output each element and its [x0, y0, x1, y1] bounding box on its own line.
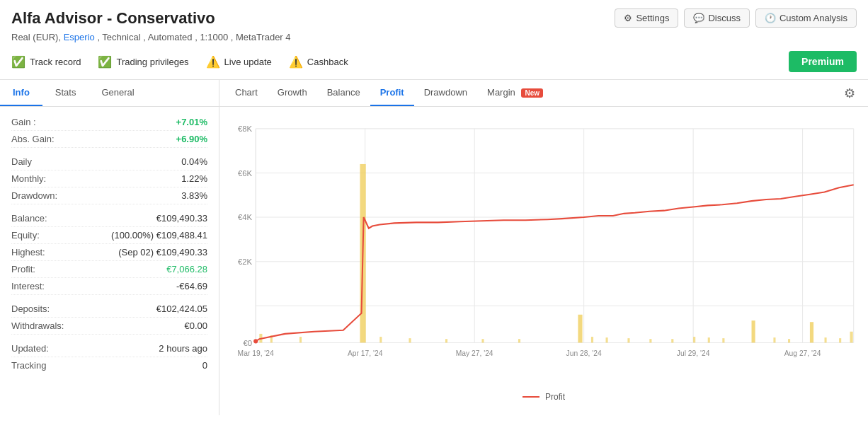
esperio-link[interactable]: Esperio — [64, 32, 95, 42]
svg-rect-43 — [773, 337, 775, 342]
cashback-status: ⚠️ Cashback — [289, 55, 348, 69]
chart-tab-margin[interactable]: Margin New — [477, 80, 553, 106]
balance-row: Balance: €109,490.33 — [11, 210, 207, 227]
interest-row: Interest: -€64.69 — [11, 278, 207, 295]
deposits-row: Deposits: €102,424.05 — [11, 301, 207, 318]
clock-icon: 🕐 — [765, 13, 776, 23]
discuss-icon: 💬 — [693, 13, 704, 23]
check-icon-trading: ✅ — [98, 55, 112, 69]
daily-row: Daily 0.04% — [11, 154, 207, 170]
settings-button[interactable]: ⚙ Settings — [615, 8, 678, 28]
withdrawals-row: Withdrawals: €0.00 — [11, 318, 207, 335]
gain-row: Gain : +7.01% — [11, 114, 207, 131]
svg-rect-45 — [810, 322, 813, 342]
custom-analysis-button[interactable]: 🕐 Custom Analysis — [755, 8, 857, 28]
abs-gain-row: Abs. Gain: +6.90% — [11, 131, 207, 148]
updated-row: Updated: 2 hours ago — [11, 340, 207, 357]
tab-stats[interactable]: Stats — [42, 80, 89, 106]
profit-chart: €8K €6K €4K €2K €0 Mar 19, '24 Apr 17, '… — [227, 114, 861, 387]
svg-rect-34 — [591, 337, 593, 342]
chart-tab-balance[interactable]: Balance — [317, 80, 370, 106]
svg-rect-33 — [578, 315, 582, 343]
live-update-status: ⚠️ Live update — [206, 55, 272, 69]
tracking-row: Tracking 0 — [11, 357, 207, 374]
svg-text:Mar 19, '24: Mar 19, '24 — [238, 349, 274, 357]
drawdown-row: Drawdown: 3.83% — [11, 187, 207, 204]
legend-line-profit — [522, 396, 539, 398]
chart-area: €8K €6K €4K €2K €0 Mar 19, '24 Apr 17, '… — [219, 107, 868, 415]
svg-rect-39 — [693, 337, 695, 342]
svg-text:€8K: €8K — [238, 125, 253, 133]
svg-point-49 — [253, 339, 258, 343]
chart-tab-drawdown[interactable]: Drawdown — [414, 80, 477, 106]
svg-text:€6K: €6K — [238, 169, 253, 178]
svg-rect-37 — [649, 339, 651, 342]
equity-row: Equity: (100.00%) €109,488.41 — [11, 227, 207, 244]
monthly-row: Monthly: 1.22% — [11, 170, 207, 187]
main-content: Info Stats General Gain : +7.01% Abs. Ga… — [0, 79, 868, 415]
svg-rect-40 — [708, 337, 710, 342]
svg-rect-30 — [445, 339, 447, 342]
track-record-status: ✅ Track record — [11, 55, 81, 69]
subtitle: Real (EUR), Esperio , Technical , Automa… — [0, 30, 868, 47]
svg-text:Apr 17, '24: Apr 17, '24 — [348, 349, 383, 357]
page-title: Alfa Advisor - Conservativo — [11, 9, 215, 28]
discuss-button[interactable]: 💬 Discuss — [684, 8, 750, 28]
svg-rect-36 — [627, 338, 629, 342]
trading-privileges-status: ✅ Trading privileges — [98, 55, 188, 69]
svg-rect-46 — [825, 337, 827, 342]
settings-icon: ⚙ — [624, 13, 632, 23]
header-actions: ⚙ Settings 💬 Discuss 🕐 Custom Analysis — [615, 8, 857, 28]
svg-rect-29 — [409, 338, 411, 342]
info-content: Gain : +7.01% Abs. Gain: +6.90% Daily 0.… — [0, 107, 219, 415]
svg-rect-42 — [752, 320, 755, 342]
profit-row: Profit: €7,066.28 — [11, 261, 207, 278]
right-panel: Chart Growth Balance Profit Drawdown Mar… — [219, 80, 868, 415]
left-tab-bar: Info Stats General — [0, 80, 219, 107]
chart-tab-growth[interactable]: Growth — [268, 80, 317, 106]
tab-general[interactable]: General — [88, 80, 147, 106]
svg-text:Jun 28, '24: Jun 28, '24 — [566, 349, 602, 357]
svg-rect-35 — [606, 337, 608, 342]
highest-row: Highest: (Sep 02) €109,490.33 — [11, 244, 207, 261]
status-row: ✅ Track record ✅ Trading privileges ⚠️ L… — [0, 47, 868, 79]
status-items: ✅ Track record ✅ Trading privileges ⚠️ L… — [11, 55, 348, 69]
svg-rect-32 — [518, 339, 520, 342]
svg-rect-31 — [481, 339, 484, 342]
svg-text:May 27, '24: May 27, '24 — [456, 349, 493, 357]
svg-rect-28 — [379, 337, 382, 342]
svg-text:€4K: €4K — [238, 213, 253, 221]
chart-tab-profit[interactable]: Profit — [370, 80, 414, 106]
left-panel: Info Stats General Gain : +7.01% Abs. Ga… — [0, 80, 219, 415]
svg-text:Aug 27, '24: Aug 27, '24 — [784, 349, 821, 357]
warn-icon-live: ⚠️ — [206, 55, 220, 69]
new-badge: New — [521, 88, 543, 98]
svg-rect-41 — [722, 338, 724, 342]
svg-rect-38 — [671, 339, 673, 342]
svg-text:€0: €0 — [243, 339, 252, 347]
svg-rect-48 — [850, 332, 853, 343]
svg-rect-47 — [839, 338, 841, 342]
premium-button[interactable]: Premium — [789, 51, 857, 72]
legend-label-profit: Profit — [545, 392, 565, 402]
svg-rect-27 — [299, 337, 302, 342]
svg-text:€2K: €2K — [238, 258, 253, 266]
chart-tab-bar: Chart Growth Balance Profit Drawdown Mar… — [219, 80, 868, 107]
check-icon-track: ✅ — [11, 55, 25, 69]
svg-text:Jul 29, '24: Jul 29, '24 — [677, 349, 710, 357]
tab-info[interactable]: Info — [0, 80, 42, 106]
warn-icon-cashback: ⚠️ — [289, 55, 303, 69]
svg-rect-44 — [788, 339, 790, 342]
header: Alfa Advisor - Conservativo ⚙ Settings 💬… — [0, 0, 868, 30]
chart-tab-chart[interactable]: Chart — [225, 80, 268, 106]
chart-legend: Profit — [227, 389, 861, 403]
chart-options-button[interactable]: ⚙ — [837, 81, 862, 105]
